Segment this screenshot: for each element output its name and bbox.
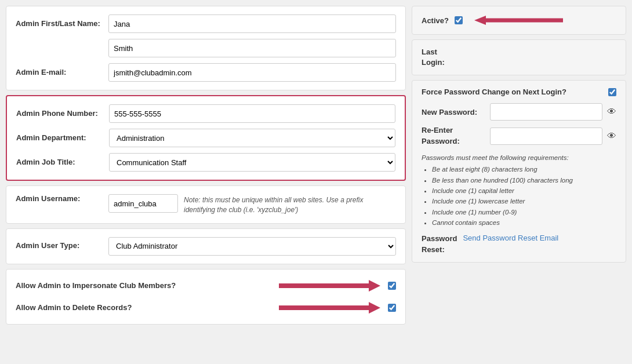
force-pw-checkbox[interactable] [608,88,616,96]
admin-user-type-select[interactable]: Club Administrator System Administrator … [108,237,396,256]
admin-user-type-label: Admin User Type: [16,241,103,251]
svg-marker-1 [369,280,380,292]
admin-job-title-label: Admin Job Title: [16,158,103,168]
allow-impersonate-label: Allow Admin to Impersonate Club Members? [16,281,274,290]
allow-delete-checkbox[interactable] [388,304,396,312]
re-enter-pw-eye-icon[interactable]: 👁 [607,131,616,141]
force-pw-label: Force Password Change on Next Login? [422,88,566,96]
new-pw-eye-icon[interactable]: 👁 [607,107,616,117]
arrow-impersonate-icon [279,278,383,294]
send-pw-reset-link[interactable]: Send Password Reset Email [463,234,558,242]
pw-req-5: Include one (1) number (0-9) [432,207,616,217]
active-checkbox[interactable] [455,16,463,24]
admin-username-input[interactable] [108,194,178,213]
allow-impersonate-checkbox[interactable] [388,282,396,290]
last-login-label: LastLogin: [422,47,445,68]
pw-req-6: Cannot contain spaces [432,217,616,228]
pw-req-1: Be at least eight (8) characters long [432,164,616,174]
admin-username-note: Note: this must be unique within all web… [184,194,396,215]
arrow-active-icon [473,13,566,27]
pw-req-2: Be less than one hundred (100) character… [432,175,616,185]
admin-phone-input[interactable] [109,104,395,123]
admin-firstname-input[interactable] [108,14,396,33]
new-pw-input[interactable] [490,103,602,121]
pw-requirements-section: Passwords must meet the following requir… [422,152,616,228]
admin-name-label: Admin First/Last Name: [16,19,103,29]
re-enter-pw-label: Re-EnterPassword: [422,125,485,146]
re-enter-pw-input[interactable] [490,128,602,145]
active-label: Active? [422,16,449,25]
allow-delete-label: Allow Admin to Delete Records? [16,303,274,312]
admin-department-label: Admin Department: [16,133,103,143]
pw-req-4: Include one (1) lowercase letter [432,196,616,206]
new-pw-label: New Password: [422,108,485,117]
pw-reset-label: PasswordReset: [422,234,457,254]
admin-department-select[interactable]: Administration Finance Marketing Operati… [109,129,395,147]
admin-job-title-select[interactable]: Communication Staff Director Manager Sta… [109,153,395,172]
svg-marker-5 [474,16,486,25]
admin-username-label: Admin Username: [16,194,103,204]
admin-email-label: Admin E-mail: [16,68,103,78]
admin-lastname-input[interactable] [108,39,396,57]
svg-marker-3 [369,302,380,314]
admin-email-input[interactable] [108,63,396,82]
arrow-delete-icon [279,300,383,316]
pw-requirements-intro: Passwords must meet the following requir… [422,152,616,163]
pw-req-3: Include one (1) capital letter [432,185,616,196]
admin-phone-label: Admin Phone Number: [16,109,103,119]
